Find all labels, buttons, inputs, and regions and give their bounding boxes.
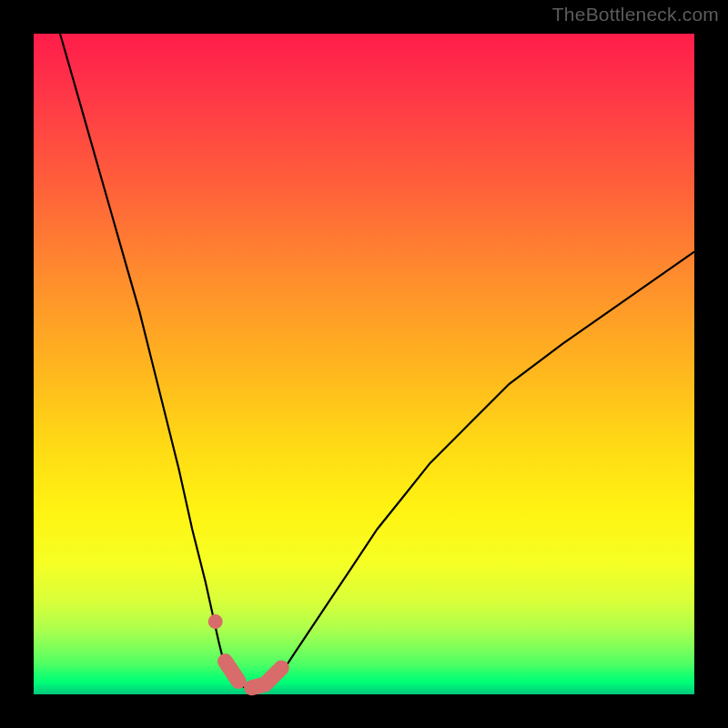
trough-capsule [226, 662, 282, 688]
watermark-text: TheBottleneck.com [552, 4, 719, 25]
bottleneck-curve-svg [34, 34, 694, 694]
plot-area [34, 34, 694, 694]
chart-frame: TheBottleneck.com [0, 0, 728, 728]
trough-dot [208, 614, 223, 629]
bottleneck-curve [60, 34, 694, 688]
